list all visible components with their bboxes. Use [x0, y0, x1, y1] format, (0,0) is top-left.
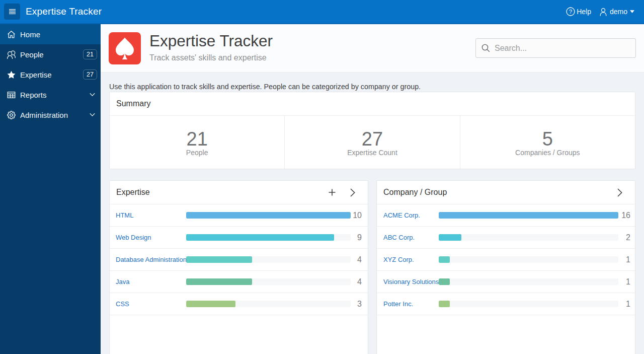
svg-text:?: ? [569, 9, 572, 15]
